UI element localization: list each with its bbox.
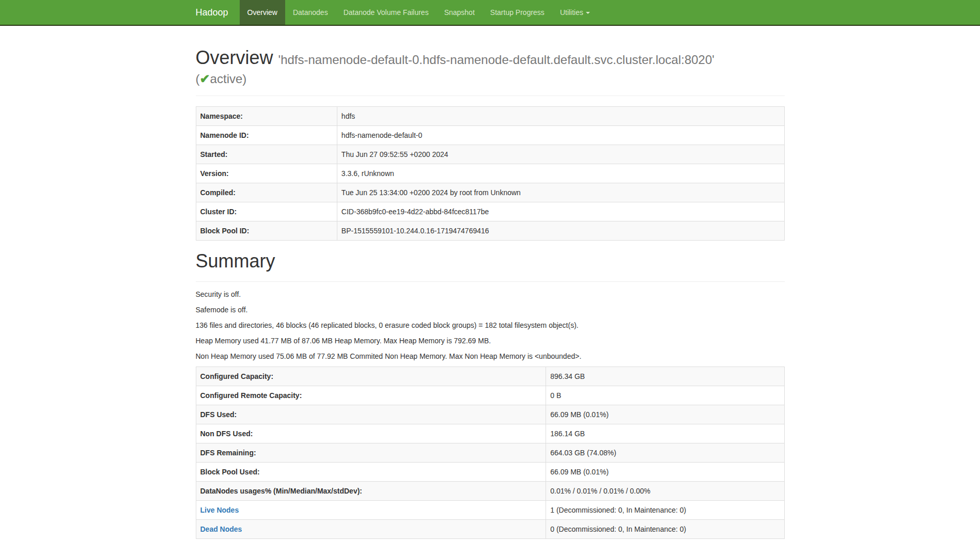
row-label: Non DFS Used: [196,424,546,443]
row-value: Thu Jun 27 09:52:55 +0200 2024 [337,145,784,164]
nav-link-startup-progress[interactable]: Startup Progress [483,0,552,25]
row-label: DFS Used: [196,405,546,424]
nav-link-datanodes[interactable]: Datanodes [285,0,336,25]
nav-item-overview: Overview [240,0,285,25]
table-row: Namenode ID: hdfs-namenode-default-0 [196,125,784,145]
row-label: Configured Capacity: [196,367,546,386]
row-value: hdfs [337,106,784,125]
row-value: 66.09 MB (0.01%) [546,405,784,424]
nav-link-snapshot[interactable]: Snapshot [437,0,483,25]
row-label: Version: [196,164,337,183]
navbar-menu: Overview Datanodes Datanode Volume Failu… [240,0,598,25]
row-value: 0 (Decommissioned: 0, In Maintenance: 0) [546,519,784,538]
row-label: Block Pool Used: [196,462,546,481]
page-title: Overview 'hdfs-namenode-default-0.hdfs-n… [196,47,785,86]
row-value: hdfs-namenode-default-0 [337,125,784,145]
nav-item-snapshot: Snapshot [437,0,483,25]
nav-link-datanode-volume-failures[interactable]: Datanode Volume Failures [336,0,437,25]
row-value: 0.01% / 0.01% / 0.01% / 0.00% [546,481,784,500]
row-label: Compiled: [196,183,337,202]
row-label: DFS Remaining: [196,443,546,462]
table-row: Block Pool ID: BP-1515559101-10.244.0.16… [196,221,784,240]
row-value: BP-1515559101-10.244.0.16-1719474769416 [337,221,784,240]
status-close-paren: ) [242,72,246,86]
row-label: Block Pool ID: [196,221,337,240]
summary-table: Configured Capacity: 896.34 GB Configure… [196,367,785,539]
table-row: DFS Remaining: 664.03 GB (74.08%) [196,443,784,462]
row-label: Live Nodes [196,500,546,519]
row-value: 0 B [546,386,784,405]
summary-paragraph-heap-memory: Heap Memory used 41.77 MB of 87.06 MB He… [196,336,785,346]
row-value: 186.14 GB [546,424,784,443]
row-value: 664.03 GB (74.08%) [546,443,784,462]
nav-item-datanode-volume-failures: Datanode Volume Failures [336,0,437,25]
row-label: Namenode ID: [196,125,337,145]
brand-link[interactable]: Hadoop [196,0,240,25]
check-icon: ✔ [200,72,210,86]
page-title-text: Overview [196,47,273,68]
table-row: Non DFS Used: 186.14 GB [196,424,784,443]
row-label: Configured Remote Capacity: [196,386,546,405]
table-row: Live Nodes 1 (Decommissioned: 0, In Main… [196,500,784,519]
table-row: Dead Nodes 0 (Decommissioned: 0, In Main… [196,519,784,538]
navbar: Hadoop Overview Datanodes Datanode Volum… [0,0,980,26]
navbar-container: Hadoop Overview Datanodes Datanode Volum… [188,0,792,25]
overview-header: Overview 'hdfs-namenode-default-0.hdfs-n… [196,47,785,96]
table-row: Configured Remote Capacity: 0 B [196,386,784,405]
table-row: DFS Used: 66.09 MB (0.01%) [196,405,784,424]
row-value: Tue Jun 25 13:34:00 +0200 2024 by root f… [337,183,784,202]
table-row: Namespace: hdfs [196,106,784,125]
namenode-address: 'hdfs-namenode-default-0.hdfs-namenode-d… [278,53,714,67]
row-value: 66.09 MB (0.01%) [546,462,784,481]
namenode-status: (✔active) [196,72,785,86]
nav-link-utilities-label: Utilities [560,8,583,17]
row-value: 3.3.6, rUnknown [337,164,784,183]
row-label: Started: [196,145,337,164]
caret-down-icon [586,12,590,14]
live-nodes-link[interactable]: Live Nodes [200,506,239,514]
nav-item-datanodes: Datanodes [285,0,336,25]
nav-item-startup-progress: Startup Progress [483,0,552,25]
row-value: 1 (Decommissioned: 0, In Maintenance: 0) [546,500,784,519]
table-row: Configured Capacity: 896.34 GB [196,367,784,386]
nav-link-overview[interactable]: Overview [240,0,285,25]
summary-paragraph-filesystem-objects: 136 files and directories, 46 blocks (46… [196,320,785,330]
summary-paragraph-non-heap-memory: Non Heap Memory used 75.06 MB of 77.92 M… [196,351,785,361]
summary-header: Summary [196,251,785,282]
table-row: Compiled: Tue Jun 25 13:34:00 +0200 2024… [196,183,784,202]
nav-link-utilities-dropdown[interactable]: Utilities [552,0,598,25]
row-value: CID-368b9fc0-ee19-4d22-abbd-84fcec8117be [337,202,784,221]
table-row: Cluster ID: CID-368b9fc0-ee19-4d22-abbd-… [196,202,784,221]
summary-title: Summary [196,251,785,272]
status-label: active [210,72,243,86]
status-open-paren: ( [196,72,200,86]
row-label: Namespace: [196,106,337,125]
table-row: Started: Thu Jun 27 09:52:55 +0200 2024 [196,145,784,164]
nav-item-utilities: Utilities [552,0,598,25]
main-content: Overview 'hdfs-namenode-default-0.hdfs-n… [188,47,792,539]
table-row: Block Pool Used: 66.09 MB (0.01%) [196,462,784,481]
row-label: DataNodes usages% (Min/Median/Max/stdDev… [196,481,546,500]
summary-paragraph-safemode: Safemode is off. [196,305,785,315]
cluster-info-table: Namespace: hdfs Namenode ID: hdfs-nameno… [196,106,785,241]
row-label: Cluster ID: [196,202,337,221]
row-label: Dead Nodes [196,519,546,538]
table-row: Version: 3.3.6, rUnknown [196,164,784,183]
table-row: DataNodes usages% (Min/Median/Max/stdDev… [196,481,784,500]
summary-paragraph-security: Security is off. [196,289,785,299]
row-value: 896.34 GB [546,367,784,386]
dead-nodes-link[interactable]: Dead Nodes [200,525,242,533]
